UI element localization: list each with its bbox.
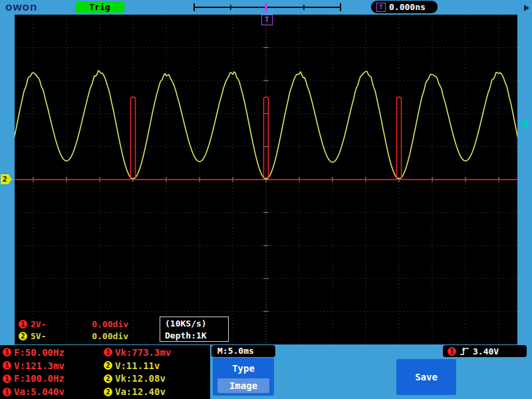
waveform-canvas bbox=[15, 15, 517, 344]
channel-scale-overlay: 12V-0.00div25V-0.00div bbox=[19, 318, 128, 342]
measurement: 1Va:5.040v bbox=[3, 385, 104, 398]
channel-offset: 0.00div bbox=[62, 331, 128, 341]
horizontal-position-indicator bbox=[193, 1, 342, 12]
measurement-value: Va:12.40v bbox=[115, 386, 166, 397]
trigger-level-value: 3.40V bbox=[473, 346, 499, 356]
measurement-value: V:121.3mv bbox=[14, 360, 65, 371]
measurement: 2Va:12.40v bbox=[104, 385, 209, 398]
measurement-channel-badge: 1 bbox=[3, 348, 11, 356]
channel2-position-marker[interactable]: 2 bbox=[1, 174, 12, 184]
measurement-value: F:100.0Hz bbox=[14, 373, 65, 384]
trigger-source-badge: 1 bbox=[448, 347, 456, 356]
channel-offset: 0.00div bbox=[62, 319, 128, 329]
measurement-channel-badge: 1 bbox=[3, 388, 11, 396]
save-button[interactable]: Save bbox=[396, 359, 456, 395]
timebase-display: M:5.0ms bbox=[211, 345, 275, 357]
type-button-label: Type bbox=[213, 363, 274, 374]
measurement: 2Vk:12.08v bbox=[104, 372, 209, 386]
channel-badge: 2 bbox=[19, 332, 27, 340]
channel-scale-row: 12V-0.00div bbox=[19, 318, 128, 330]
channel-volts-per-div: 2V- bbox=[31, 319, 59, 329]
measurement-value: V:11.11v bbox=[115, 360, 160, 371]
measurement-value: Va:5.040v bbox=[14, 386, 65, 397]
channel-volts-per-div: 5V- bbox=[31, 331, 59, 341]
measurement-channel-badge: 1 bbox=[104, 348, 112, 356]
sample-rate: (10KS/s) bbox=[165, 318, 228, 330]
trigger-time-value: 0.000ns bbox=[389, 2, 426, 12]
trigger-time-display: T 0.000ns bbox=[371, 1, 438, 13]
measurement-value: Vk:12.08v bbox=[115, 373, 166, 384]
measurement: 1F:50.00Hz bbox=[3, 346, 104, 359]
measurement-value: Vk:773.3mv bbox=[115, 347, 171, 358]
trigger-position-tick bbox=[265, 3, 267, 11]
measurement-channel-badge: 1 bbox=[3, 361, 11, 370]
measurement: 1V:121.3mv bbox=[3, 359, 104, 372]
acquisition-info: (10KS/s) Depth:1K bbox=[160, 317, 229, 342]
trigger-level-display: 1 3.40V bbox=[443, 345, 527, 357]
trig-status: Trig bbox=[75, 1, 124, 13]
measurement-channel-badge: 2 bbox=[104, 374, 112, 383]
scope-display: T 12V-0.00div25V-0.00div (10KS/s) Depth:… bbox=[15, 15, 517, 344]
owon-logo: owon bbox=[5, 1, 37, 14]
measurement: 2V:11.11v bbox=[104, 359, 209, 372]
measurement: 1Vk:773.3mv bbox=[104, 346, 209, 359]
type-button-value: Image bbox=[217, 378, 269, 393]
memory-depth: Depth:1K bbox=[165, 330, 228, 342]
measurement-channel-badge: 2 bbox=[104, 388, 112, 396]
measurement-value: F:50.00Hz bbox=[14, 347, 65, 358]
channel-scale-row: 25V-0.00div bbox=[19, 330, 128, 342]
rising-edge-icon bbox=[459, 346, 470, 356]
measurement-channel-badge: 1 bbox=[3, 374, 11, 383]
measurement-channel-badge: 2 bbox=[104, 361, 112, 370]
measurement: 1F:100.0Hz bbox=[3, 372, 104, 386]
menu-page-arrow-icon bbox=[524, 5, 529, 11]
measurement-panel: 1F:50.00Hz1V:121.3mv1F:100.0Hz1Va:5.040v… bbox=[0, 345, 210, 399]
channel-badge: 1 bbox=[19, 320, 27, 329]
trigger-t-icon: T bbox=[376, 3, 386, 12]
trigger-level-arrow-icon[interactable] bbox=[519, 119, 528, 128]
type-button[interactable]: Type Image bbox=[213, 358, 274, 396]
oscilloscope-screen: owon Trig T 0.000ns T 12V-0.00div25V-0.0… bbox=[0, 0, 532, 399]
trigger-horizontal-marker[interactable]: T bbox=[261, 15, 273, 25]
